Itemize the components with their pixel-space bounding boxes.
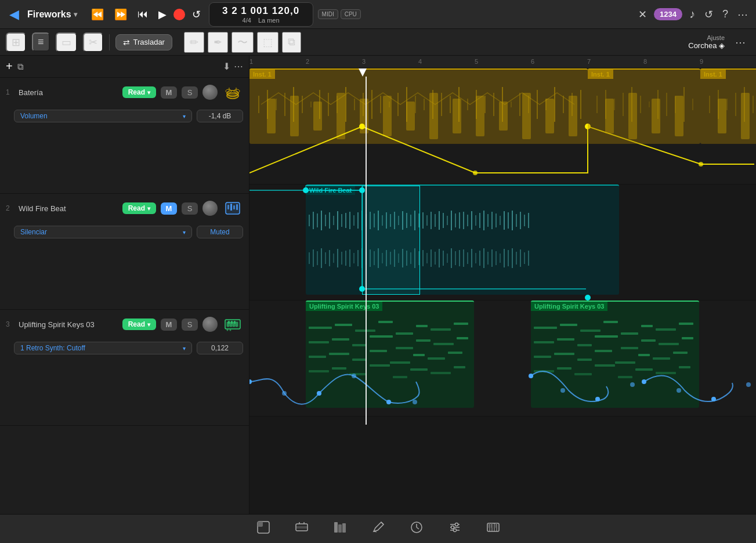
project-chevron-icon[interactable]: ▾ [74,10,77,19]
smart-controls-button[interactable]: ✂ [83,32,103,52]
more-options-icon[interactable]: ⋯ [735,6,750,23]
svg-rect-214 [483,248,484,268]
bottom-pencil-icon[interactable] [371,520,386,538]
instrument-icon-3[interactable] [222,314,243,335]
keys-clip-2[interactable]: Uplifting Spirit Keys 03 [531,301,699,408]
pencil-tool-button[interactable]: ✏ [184,32,204,53]
rewind-button[interactable]: ⏪ [88,6,107,23]
bottom-icon-2[interactable] [294,520,309,538]
svg-point-326 [451,526,454,528]
track-lane-wfb: Wild Fire Beat [249,184,756,301]
svg-rect-189 [382,253,383,263]
read-button-2[interactable]: Read ▾ [122,202,156,214]
curve-tool-button[interactable]: 〜 [231,32,254,53]
read-button-1[interactable]: Read ▾ [122,86,156,98]
svg-rect-336 [495,523,497,528]
svg-rect-70 [429,93,438,139]
svg-rect-128 [357,212,359,229]
solo-button-2[interactable]: S [182,202,198,215]
svg-rect-187 [374,251,375,265]
play-button[interactable]: ▶ [155,6,170,23]
volume-knob-3[interactable] [202,317,218,332]
solo-button-3[interactable]: S [182,318,198,331]
list-view-button[interactable]: ≡ [32,32,50,52]
automation-param-2[interactable]: Silenciar ▾ [14,226,192,238]
metronome-icon[interactable]: ♪ [687,5,697,23]
drum-clip-2[interactable]: Inst. 1 [588,68,700,144]
mute-button-3[interactable]: M [161,318,177,331]
mute-button-2[interactable]: M [161,202,177,215]
skip-back-button[interactable]: ⏮ [134,6,151,23]
bottom-icon-1[interactable] [256,520,271,538]
track-options-more-icon[interactable]: ⋯ [234,61,243,72]
svg-rect-69 [406,102,415,131]
svg-rect-194 [402,249,403,267]
svg-rect-177 [333,254,334,263]
svg-rect-136 [390,214,391,227]
trasladar-button[interactable]: ⇄ Trasladar [115,34,172,50]
fast-forward-button[interactable]: ⏩ [111,6,131,23]
svg-rect-75 [545,99,554,133]
edit-tools: ✏ ✒ 〜 ⬚ ⧉ [184,32,301,53]
svg-rect-178 [337,249,338,267]
automation-param-1[interactable]: Volumen ▾ [14,110,192,122]
add-track-button[interactable]: + [6,60,13,73]
svg-line-319 [381,522,384,524]
select-tool-button[interactable]: ⬚ [257,32,278,53]
svg-rect-174 [321,248,322,268]
svg-point-295 [249,379,252,384]
instrument-icon-2[interactable] [222,198,243,219]
svg-rect-231 [309,327,332,329]
svg-rect-197 [414,248,415,268]
svg-point-307 [711,397,716,401]
bottom-piano-icon[interactable] [486,520,501,538]
drum-clip-3[interactable]: Inst. 1 [700,68,756,144]
drum-clip-1[interactable]: Inst. 1 [249,68,588,144]
record-button[interactable] [173,9,185,20]
svg-rect-335 [491,523,493,528]
svg-rect-157 [475,215,476,226]
brush-tool-button[interactable]: ✒ [208,32,228,53]
duplicate-track-button[interactable]: ⧉ [17,61,24,72]
svg-rect-192 [394,249,395,267]
loop-button[interactable]: ↺ [189,6,204,23]
screen-button[interactable]: ▭ [56,32,77,52]
bottom-eq-icon[interactable] [447,520,462,538]
svg-rect-118 [317,213,318,227]
read-button-3[interactable]: Read ▾ [122,318,156,330]
track-options-download-icon[interactable]: ⬇ [223,61,230,72]
svg-rect-126 [349,212,350,229]
bottom-clock-icon[interactable] [409,520,424,538]
svg-rect-291 [618,376,632,378]
svg-rect-316 [338,524,342,533]
svg-rect-281 [577,359,592,361]
svg-rect-66 [337,93,345,139]
close-x-button[interactable]: ✕ [636,6,649,23]
corchea-value[interactable]: Corchea ◈ [688,41,725,50]
grid-view-button[interactable]: ⊞ [6,32,26,52]
volume-knob-2[interactable] [202,201,218,216]
mute-button-1[interactable]: M [161,86,177,99]
svg-rect-219 [504,249,505,267]
keys-clip-1[interactable]: Uplifting Spirit Keys 03 [306,301,474,408]
svg-rect-20 [228,321,230,324]
history-icon[interactable]: ↺ [702,6,715,23]
second-toolbar-more-icon[interactable]: ⋯ [730,34,750,51]
svg-rect-220 [508,250,509,266]
back-button[interactable]: ◀ [6,7,23,22]
track-automation-row-3: 1 Retro Synth: Cutoff ▾ 0,122 [0,339,249,359]
instrument-icon-1[interactable] [222,82,243,103]
solo-button-1[interactable]: S [182,86,198,99]
help-icon[interactable]: ? [720,6,730,23]
svg-rect-122 [333,216,334,225]
bottom-icon-3[interactable] [332,520,348,538]
midi-badge: MIDI [318,9,338,19]
wfb-clip-label-1: Wild Fire Beat [306,186,355,195]
wfb-clip-1[interactable]: Wild Fire Beat [306,184,619,295]
count-pill[interactable]: 1234 [654,8,682,20]
track-number-3: 3 [6,320,14,328]
automation-param-3[interactable]: 1 Retro Synth: Cutoff ▾ [14,342,192,354]
volume-knob-1[interactable] [202,85,218,100]
svg-rect-98 [652,99,660,133]
copy-tool-button[interactable]: ⧉ [282,32,301,53]
